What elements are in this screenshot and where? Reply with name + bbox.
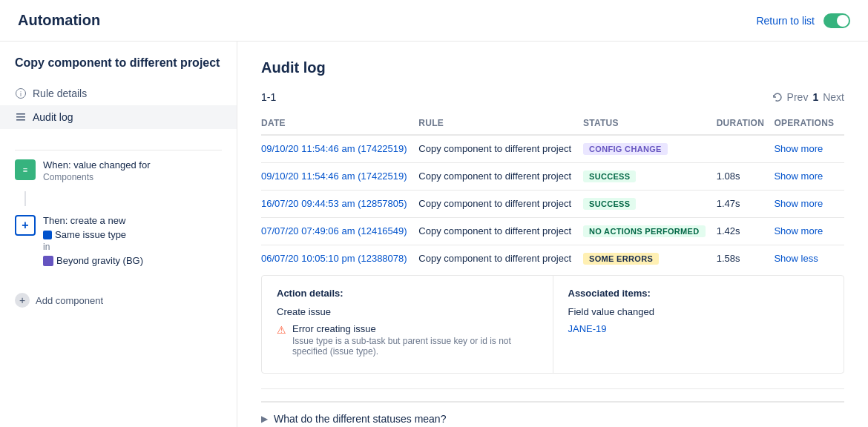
date-link[interactable]: 06/07/20 10:05:10 pm <box>261 253 355 264</box>
date-link[interactable]: 09/10/20 11:54:46 am <box>261 171 355 182</box>
table-row: 06/07/20 10:05:10 pm (12388078) Copy com… <box>261 245 844 273</box>
cell-status: SUCCESS <box>583 191 717 218</box>
cell-date: 06/07/20 10:05:10 pm (12388078) <box>261 245 418 273</box>
issue-link[interactable]: (17422519) <box>358 143 407 154</box>
col-status: Status <box>583 112 717 135</box>
return-to-list-link[interactable]: Return to list <box>756 15 815 27</box>
expanded-detail-row: Action details: Create issue ⚠ Error cre… <box>261 272 844 389</box>
error-description: Issue type is a sub-task but parent issu… <box>292 336 538 357</box>
audit-log-label: Audit log <box>33 111 73 123</box>
pagination-nav: Prev 1 Next <box>772 91 844 103</box>
table-row: 09/10/20 11:54:46 am (17422519) Copy com… <box>261 135 844 163</box>
table-header: Date Rule Status Duration Operations <box>261 112 844 135</box>
issue-link[interactable]: (12388078) <box>358 253 407 264</box>
cell-status: NO ACTIONS PERFORMED <box>583 218 717 245</box>
cell-operations: Show less <box>774 245 844 273</box>
col-date: Date <box>261 112 418 135</box>
cell-rule: Copy component to different project <box>418 163 583 191</box>
table-row: 09/10/20 11:54:46 am (17422519) Copy com… <box>261 163 844 191</box>
app-header: Automation Return to list <box>0 0 868 42</box>
table-body: 09/10/20 11:54:46 am (17422519) Copy com… <box>261 135 844 389</box>
cell-duration: 1.47s <box>717 191 775 218</box>
status-badge: SOME ERRORS <box>583 253 659 265</box>
pagination-info: 1-1 <box>261 91 276 103</box>
page-title: Audit log <box>261 59 844 76</box>
faq-section: ▶ What do the different statuses mean? <box>261 401 844 425</box>
col-operations: Operations <box>774 112 844 135</box>
assoc-link[interactable]: JANE-19 <box>568 323 607 334</box>
chevron-right-icon: ▶ <box>261 414 268 424</box>
action-subtitle: Create issue <box>277 306 538 317</box>
table-row: 16/07/20 09:44:53 am (12857805) Copy com… <box>261 191 844 218</box>
list-icon <box>15 111 27 123</box>
svg-rect-2 <box>16 113 25 115</box>
cell-rule: Copy component to different project <box>418 218 583 245</box>
issue-link[interactable]: (12416549) <box>358 225 407 236</box>
issue-link[interactable]: (17422519) <box>358 171 407 182</box>
cell-status: SOME ERRORS <box>583 245 717 273</box>
next-button[interactable]: Next <box>823 91 844 103</box>
refresh-icon <box>772 92 783 102</box>
action-details-section: Action details: Create issue ⚠ Error cre… <box>262 276 553 373</box>
current-page: 1 <box>812 91 818 103</box>
error-icon: ⚠ <box>277 324 286 336</box>
cell-operations: Show more <box>774 191 844 218</box>
when-label: When: value changed for <box>43 159 151 171</box>
faq-label: What do the different statuses mean? <box>274 413 446 425</box>
sidebar-section: ≡ When: value changed for Components + T… <box>0 129 237 314</box>
date-link[interactable]: 07/07/20 07:49:06 am <box>261 225 355 236</box>
add-icon: + <box>15 293 30 308</box>
rule-details-label: Rule details <box>33 87 87 99</box>
cell-date: 07/07/20 07:49:06 am (12416549) <box>261 218 418 245</box>
cell-duration: 1.08s <box>717 163 775 191</box>
svg-rect-4 <box>16 119 25 121</box>
audit-table: Date Rule Status Duration Operations 09/… <box>261 112 844 389</box>
expanded-details: Action details: Create issue ⚠ Error cre… <box>261 275 844 374</box>
faq-row[interactable]: ▶ What do the different statuses mean? <box>261 413 844 425</box>
when-icon: ≡ <box>15 159 36 180</box>
sidebar-item-rule-details[interactable]: i Rule details <box>0 82 237 105</box>
cell-duration: 1.58s <box>717 245 775 273</box>
svg-text:≡: ≡ <box>23 165 27 174</box>
show-more-link[interactable]: Show more <box>774 198 823 209</box>
spacer <box>15 275 222 287</box>
when-sub: Components <box>43 172 151 182</box>
main-content: Audit log 1-1 Prev 1 Next Date Rule Stat… <box>237 42 868 427</box>
then-item-1: Same issue type <box>43 229 143 240</box>
col-rule: Rule <box>418 112 583 135</box>
cell-status: CONFIG CHANGE <box>583 135 717 163</box>
add-component-button[interactable]: + Add component <box>15 287 222 314</box>
cell-rule: Copy component to different project <box>418 191 583 218</box>
error-row: ⚠ Error creating issue Issue type is a s… <box>277 323 538 357</box>
sidebar-project-title: Copy component to different project <box>0 56 237 82</box>
assoc-title: Associated items: <box>568 288 829 299</box>
show-more-link[interactable]: Show more <box>774 171 823 182</box>
connector <box>24 191 26 206</box>
error-title: Error creating issue <box>292 323 538 334</box>
date-link[interactable]: 16/07/20 09:44:53 am <box>261 198 355 209</box>
cell-date: 09/10/20 11:54:46 am (17422519) <box>261 135 418 163</box>
app-title: Automation <box>18 12 100 29</box>
show-more-link[interactable]: Show more <box>774 143 823 154</box>
cell-rule: Copy component to different project <box>418 245 583 273</box>
automation-toggle[interactable] <box>823 13 850 28</box>
issue-link[interactable]: (12857805) <box>358 198 407 209</box>
when-text: When: value changed for Components <box>43 159 151 182</box>
sidebar-item-audit-log[interactable]: Audit log <box>0 105 237 129</box>
date-link[interactable]: 09/10/20 11:54:46 am <box>261 143 355 154</box>
sidebar: Copy component to different project i Ru… <box>0 42 237 427</box>
then-icon: + <box>15 215 36 236</box>
main-layout: Copy component to different project i Ru… <box>0 42 868 427</box>
status-badge: SUCCESS <box>583 198 637 210</box>
then-component: + Then: create a new Same issue type in … <box>15 212 222 275</box>
error-content: Error creating issue Issue type is a sub… <box>292 323 538 357</box>
cell-status: SUCCESS <box>583 163 717 191</box>
prev-button[interactable]: Prev <box>787 91 809 103</box>
show-less-link[interactable]: Show less <box>774 253 818 264</box>
then-text: Then: create a new Same issue type in Be… <box>43 215 143 266</box>
sidebar-nav: i Rule details Audit log <box>0 82 237 129</box>
cell-operations: Show more <box>774 218 844 245</box>
assoc-subtitle: Field value changed <box>568 306 829 317</box>
header-right: Return to list <box>756 13 850 28</box>
show-more-link[interactable]: Show more <box>774 225 823 236</box>
